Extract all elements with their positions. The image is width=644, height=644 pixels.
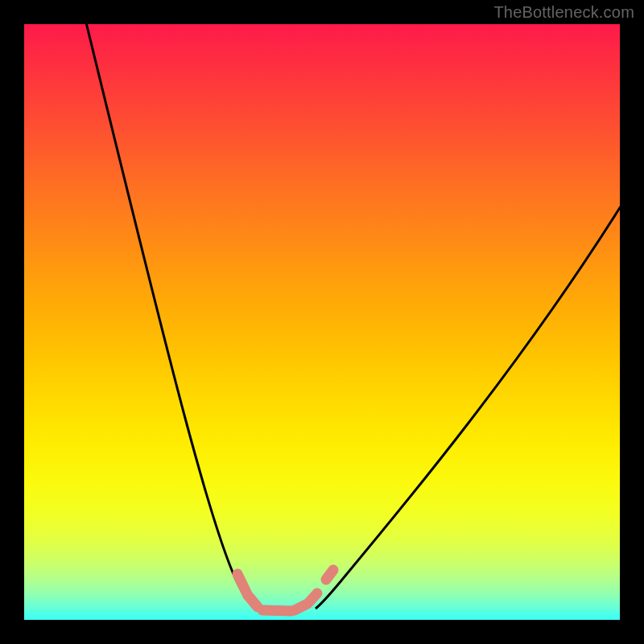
right-curve: [316, 201, 620, 609]
watermark-text: TheBottleneck.com: [493, 3, 634, 22]
bottom-marker-seg: [250, 597, 258, 607]
bottom-marker-seg: [326, 570, 333, 580]
plot-area: [24, 24, 620, 620]
chart-stage: TheBottleneck.com: [0, 0, 644, 644]
left-curve: [85, 24, 258, 610]
bottom-marker-seg: [237, 574, 248, 596]
bottom-marker-seg: [309, 593, 317, 602]
bottom-marker-seg: [262, 610, 291, 611]
curve-layer: [24, 24, 620, 620]
